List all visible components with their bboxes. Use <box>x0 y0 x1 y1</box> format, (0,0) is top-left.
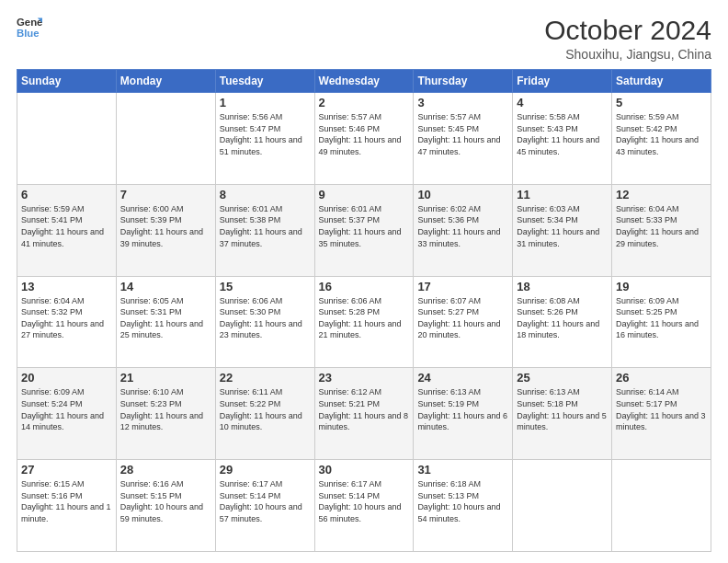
day-info: Sunrise: 6:03 AMSunset: 5:34 PMDaylight:… <box>517 203 608 249</box>
calendar-cell: 3Sunrise: 5:57 AMSunset: 5:45 PMDaylight… <box>414 93 513 185</box>
calendar-cell: 24Sunrise: 6:13 AMSunset: 5:19 PMDayligh… <box>414 368 513 460</box>
svg-text:Blue: Blue <box>17 28 40 39</box>
calendar: Sunday Monday Tuesday Wednesday Thursday… <box>17 69 711 552</box>
day-number: 17 <box>417 280 508 293</box>
calendar-cell: 2Sunrise: 5:57 AMSunset: 5:46 PMDaylight… <box>314 93 414 185</box>
calendar-cell: 8Sunrise: 6:01 AMSunset: 5:38 PMDaylight… <box>215 184 314 276</box>
calendar-row-5: 27Sunrise: 6:15 AMSunset: 5:16 PMDayligh… <box>17 460 711 552</box>
col-friday: Friday <box>513 70 612 93</box>
calendar-cell: 1Sunrise: 5:56 AMSunset: 5:47 PMDaylight… <box>215 93 314 185</box>
calendar-cell <box>116 93 215 185</box>
day-number: 30 <box>319 463 410 477</box>
day-info: Sunrise: 6:12 AMSunset: 5:21 PMDaylight:… <box>319 386 410 432</box>
day-info: Sunrise: 6:17 AMSunset: 5:14 PMDaylight:… <box>319 478 410 524</box>
day-number: 20 <box>21 371 112 385</box>
day-number: 11 <box>517 188 608 201</box>
col-wednesday: Wednesday <box>314 70 414 93</box>
calendar-cell: 4Sunrise: 5:58 AMSunset: 5:43 PMDaylight… <box>513 93 612 185</box>
calendar-cell: 10Sunrise: 6:02 AMSunset: 5:36 PMDayligh… <box>414 184 513 276</box>
day-number: 3 <box>417 96 508 109</box>
day-info: Sunrise: 6:04 AMSunset: 5:33 PMDaylight:… <box>616 203 707 249</box>
calendar-cell: 14Sunrise: 6:05 AMSunset: 5:31 PMDayligh… <box>116 276 215 368</box>
day-info: Sunrise: 6:11 AMSunset: 5:22 PMDaylight:… <box>220 386 311 432</box>
calendar-cell: 29Sunrise: 6:17 AMSunset: 5:14 PMDayligh… <box>215 460 314 552</box>
day-info: Sunrise: 6:05 AMSunset: 5:31 PMDaylight:… <box>120 295 211 341</box>
day-info: Sunrise: 5:57 AMSunset: 5:46 PMDaylight:… <box>319 111 410 157</box>
calendar-cell: 15Sunrise: 6:06 AMSunset: 5:30 PMDayligh… <box>215 276 314 368</box>
day-number: 15 <box>220 280 311 293</box>
day-number: 7 <box>120 188 211 201</box>
col-thursday: Thursday <box>414 70 513 93</box>
day-info: Sunrise: 6:07 AMSunset: 5:27 PMDaylight:… <box>417 295 508 341</box>
calendar-cell: 31Sunrise: 6:18 AMSunset: 5:13 PMDayligh… <box>414 460 513 552</box>
day-number: 6 <box>21 188 112 201</box>
day-number: 24 <box>417 371 508 385</box>
day-number: 21 <box>120 371 211 385</box>
day-number: 13 <box>21 280 112 293</box>
calendar-cell: 23Sunrise: 6:12 AMSunset: 5:21 PMDayligh… <box>314 368 414 460</box>
calendar-cell <box>513 460 612 552</box>
calendar-cell: 30Sunrise: 6:17 AMSunset: 5:14 PMDayligh… <box>314 460 414 552</box>
calendar-cell: 11Sunrise: 6:03 AMSunset: 5:34 PMDayligh… <box>513 184 612 276</box>
main-title: October 2024 <box>544 15 711 45</box>
day-info: Sunrise: 6:18 AMSunset: 5:13 PMDaylight:… <box>417 478 508 524</box>
day-number: 25 <box>517 371 608 385</box>
header-row: Sunday Monday Tuesday Wednesday Thursday… <box>17 70 711 93</box>
day-number: 14 <box>120 280 211 293</box>
calendar-cell: 17Sunrise: 6:07 AMSunset: 5:27 PMDayligh… <box>414 276 513 368</box>
calendar-cell: 28Sunrise: 6:16 AMSunset: 5:15 PMDayligh… <box>116 460 215 552</box>
calendar-cell: 20Sunrise: 6:09 AMSunset: 5:24 PMDayligh… <box>17 368 117 460</box>
calendar-row-2: 6Sunrise: 5:59 AMSunset: 5:41 PMDaylight… <box>17 184 711 276</box>
logo-icon: General Blue <box>17 15 42 40</box>
calendar-cell: 6Sunrise: 5:59 AMSunset: 5:41 PMDaylight… <box>17 184 117 276</box>
day-info: Sunrise: 5:57 AMSunset: 5:45 PMDaylight:… <box>417 111 508 157</box>
calendar-cell <box>612 460 711 552</box>
day-info: Sunrise: 6:00 AMSunset: 5:39 PMDaylight:… <box>120 203 211 249</box>
day-number: 31 <box>417 463 508 477</box>
day-number: 26 <box>616 371 707 385</box>
day-number: 2 <box>319 96 410 109</box>
calendar-row-1: 1Sunrise: 5:56 AMSunset: 5:47 PMDaylight… <box>17 93 711 185</box>
calendar-cell: 26Sunrise: 6:14 AMSunset: 5:17 PMDayligh… <box>612 368 711 460</box>
day-info: Sunrise: 6:08 AMSunset: 5:26 PMDaylight:… <box>517 295 608 341</box>
day-number: 1 <box>220 96 311 109</box>
day-info: Sunrise: 6:09 AMSunset: 5:25 PMDaylight:… <box>616 295 707 341</box>
day-info: Sunrise: 6:10 AMSunset: 5:23 PMDaylight:… <box>120 386 211 432</box>
day-number: 4 <box>517 96 608 109</box>
day-info: Sunrise: 6:17 AMSunset: 5:14 PMDaylight:… <box>220 478 311 524</box>
day-info: Sunrise: 6:01 AMSunset: 5:37 PMDaylight:… <box>319 203 410 249</box>
day-number: 12 <box>616 188 707 201</box>
day-info: Sunrise: 6:06 AMSunset: 5:30 PMDaylight:… <box>220 295 311 341</box>
calendar-cell: 21Sunrise: 6:10 AMSunset: 5:23 PMDayligh… <box>116 368 215 460</box>
day-number: 19 <box>616 280 707 293</box>
day-info: Sunrise: 6:02 AMSunset: 5:36 PMDaylight:… <box>417 203 508 249</box>
calendar-cell: 12Sunrise: 6:04 AMSunset: 5:33 PMDayligh… <box>612 184 711 276</box>
calendar-cell <box>17 93 117 185</box>
day-number: 8 <box>220 188 311 201</box>
day-info: Sunrise: 6:14 AMSunset: 5:17 PMDaylight:… <box>616 386 707 432</box>
col-tuesday: Tuesday <box>215 70 314 93</box>
day-info: Sunrise: 6:06 AMSunset: 5:28 PMDaylight:… <box>319 295 410 341</box>
day-info: Sunrise: 5:58 AMSunset: 5:43 PMDaylight:… <box>517 111 608 157</box>
col-saturday: Saturday <box>612 70 711 93</box>
day-number: 23 <box>319 371 410 385</box>
day-number: 5 <box>616 96 707 109</box>
day-info: Sunrise: 6:04 AMSunset: 5:32 PMDaylight:… <box>21 295 112 341</box>
day-info: Sunrise: 6:13 AMSunset: 5:19 PMDaylight:… <box>417 386 508 432</box>
calendar-cell: 5Sunrise: 5:59 AMSunset: 5:42 PMDaylight… <box>612 93 711 185</box>
calendar-cell: 27Sunrise: 6:15 AMSunset: 5:16 PMDayligh… <box>17 460 117 552</box>
calendar-cell: 16Sunrise: 6:06 AMSunset: 5:28 PMDayligh… <box>314 276 414 368</box>
calendar-cell: 25Sunrise: 6:13 AMSunset: 5:18 PMDayligh… <box>513 368 612 460</box>
calendar-cell: 13Sunrise: 6:04 AMSunset: 5:32 PMDayligh… <box>17 276 117 368</box>
title-block: October 2024 Shouxihu, Jiangsu, China <box>544 15 711 62</box>
day-info: Sunrise: 6:09 AMSunset: 5:24 PMDaylight:… <box>21 386 112 432</box>
day-info: Sunrise: 5:59 AMSunset: 5:42 PMDaylight:… <box>616 111 707 157</box>
day-number: 16 <box>319 280 410 293</box>
day-number: 27 <box>21 463 112 477</box>
col-sunday: Sunday <box>17 70 117 93</box>
col-monday: Monday <box>116 70 215 93</box>
logo: General Blue <box>17 15 42 40</box>
day-number: 18 <box>517 280 608 293</box>
header: General Blue October 2024 Shouxihu, Jian… <box>17 15 711 62</box>
calendar-cell: 19Sunrise: 6:09 AMSunset: 5:25 PMDayligh… <box>612 276 711 368</box>
